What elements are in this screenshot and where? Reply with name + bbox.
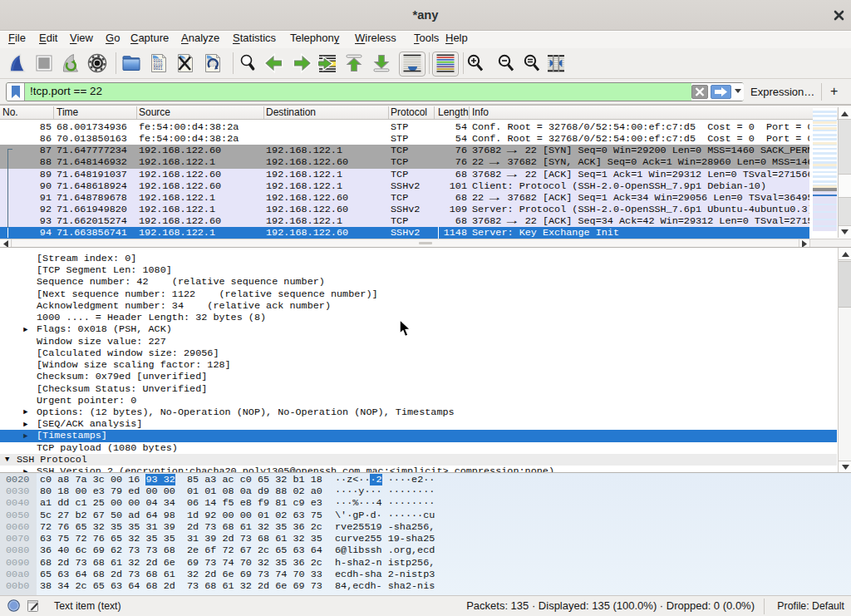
svg-text:0011: 0011 [154,67,163,71]
